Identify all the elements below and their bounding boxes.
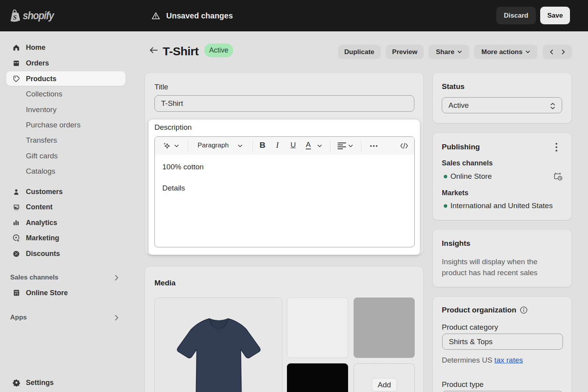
- svg-text:S: S: [13, 14, 16, 21]
